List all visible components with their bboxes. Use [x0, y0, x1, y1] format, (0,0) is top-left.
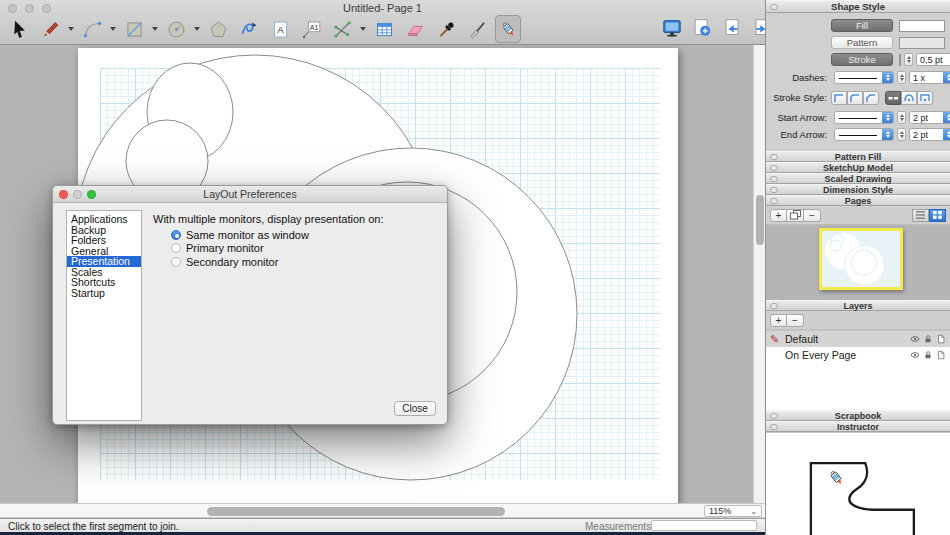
preferences-category-item[interactable]: Applications: [67, 214, 141, 225]
start-arrow-size-popup[interactable]: 2 pt: [909, 111, 950, 124]
radio-button-icon[interactable]: [171, 230, 181, 240]
collapse-toggle-icon[interactable]: [770, 198, 778, 204]
zoom-level-control[interactable]: 115% ⌄: [704, 505, 762, 517]
preferences-category-item[interactable]: Folders: [67, 235, 141, 246]
pages-list-view-button[interactable]: [912, 209, 929, 222]
start-arrow-stepper[interactable]: [897, 111, 906, 124]
collapse-toggle-icon[interactable]: [770, 4, 778, 10]
eraser-tool-button[interactable]: [402, 15, 428, 43]
layer-row[interactable]: ✎ On Every Page: [766, 347, 950, 363]
stroke-toggle-button[interactable]: Stroke: [831, 53, 893, 66]
radio-button-icon[interactable]: [171, 243, 181, 253]
radio-option[interactable]: Same monitor as window: [171, 228, 309, 241]
layer-lock-icon[interactable]: [923, 334, 933, 344]
measurements-input[interactable]: [651, 520, 757, 531]
shape-style-header[interactable]: Shape Style: [766, 0, 950, 13]
layer-share-icon[interactable]: [936, 350, 946, 360]
label-tool-button[interactable]: A1: [298, 15, 324, 43]
stroke-color-swatch[interactable]: [899, 54, 901, 66]
line-tool-dropdown[interactable]: [68, 15, 76, 43]
fill-toggle-button[interactable]: Fill: [831, 19, 893, 32]
collapse-toggle-icon[interactable]: [770, 303, 778, 309]
dashes-scale-stepper[interactable]: [897, 71, 906, 84]
remove-page-button[interactable]: −: [804, 209, 821, 222]
horizontal-scrollbar[interactable]: 115% ⌄: [0, 503, 765, 518]
pages-header[interactable]: Pages: [766, 195, 950, 206]
rectangle-tool-button[interactable]: [121, 15, 147, 43]
instructor-header[interactable]: Instructor: [766, 421, 950, 432]
circle-tool-button[interactable]: [163, 15, 189, 43]
collapse-toggle-icon[interactable]: [770, 413, 778, 419]
dimension-tool-button[interactable]: [329, 15, 355, 43]
collapse-toggle-icon[interactable]: [770, 165, 778, 171]
collapse-toggle-icon[interactable]: [770, 424, 778, 430]
start-arrow-popup[interactable]: [834, 111, 894, 124]
corner-bevel-button[interactable]: [863, 91, 879, 105]
corner-round-button[interactable]: [847, 91, 863, 105]
arc-tool-button[interactable]: [79, 15, 105, 43]
style-eyedropper-tool-button[interactable]: [433, 15, 459, 43]
cap-round-button[interactable]: [901, 91, 917, 105]
layers-header[interactable]: Layers: [766, 300, 950, 311]
layer-lock-icon[interactable]: [923, 350, 933, 360]
add-layer-button[interactable]: +: [770, 314, 787, 327]
horizontal-scrollbar-thumb[interactable]: [207, 507, 505, 516]
dialog-titlebar[interactable]: LayOut Preferences: [53, 186, 447, 203]
text-tool-button[interactable]: A: [267, 15, 293, 43]
start-presentation-button[interactable]: [660, 14, 684, 42]
dimension-tool-dropdown[interactable]: [360, 15, 368, 43]
fill-color-swatch[interactable]: [899, 20, 945, 32]
pattern-toggle-button[interactable]: Pattern: [831, 36, 893, 49]
end-arrow-popup[interactable]: [834, 128, 894, 141]
freehand-tool-button[interactable]: [236, 15, 262, 43]
layer-visibility-icon[interactable]: [910, 334, 920, 344]
end-arrow-size-popup[interactable]: 2 pt: [909, 128, 950, 141]
pattern-swatch[interactable]: [899, 37, 945, 49]
circle-tool-dropdown[interactable]: [194, 15, 202, 43]
collapsed-panel-header[interactable]: Dimension Style: [766, 184, 950, 195]
end-arrow-stepper[interactable]: [897, 128, 906, 141]
rectangle-tool-dropdown[interactable]: [152, 15, 160, 43]
page-thumbnail-selected[interactable]: [819, 228, 903, 290]
radio-option[interactable]: Secondary monitor: [171, 255, 309, 268]
layer-visibility-icon[interactable]: [910, 350, 920, 360]
pages-grid-view-button[interactable]: [929, 209, 946, 222]
collapsed-panel-header[interactable]: Pattern Fill: [766, 151, 950, 162]
stroke-width-popup[interactable]: 0,5 pt: [916, 53, 950, 66]
layer-share-icon[interactable]: [936, 334, 946, 344]
radio-option[interactable]: Primary monitor: [171, 242, 309, 255]
arc-tool-dropdown[interactable]: [110, 15, 118, 43]
cap-butt-button[interactable]: [885, 91, 901, 105]
collapse-toggle-icon[interactable]: [770, 176, 778, 182]
stroke-width-stepper[interactable]: [904, 53, 913, 66]
previous-page-button[interactable]: [720, 14, 744, 42]
dialog-minimize-button[interactable]: [73, 190, 82, 199]
split-tool-button[interactable]: [464, 15, 490, 43]
dialog-close-button[interactable]: [59, 190, 68, 199]
remove-layer-button[interactable]: −: [787, 314, 804, 327]
corner-miter-button[interactable]: [831, 91, 847, 105]
cap-square-button[interactable]: [917, 91, 933, 105]
polygon-tool-button[interactable]: [205, 15, 231, 43]
add-page-list-button[interactable]: +: [770, 209, 787, 222]
add-page-button[interactable]: [690, 14, 714, 42]
collapsed-panel-header[interactable]: SketchUp Model: [766, 162, 950, 173]
select-tool-button[interactable]: [6, 15, 32, 43]
preferences-category-item[interactable]: Presentation: [67, 256, 141, 267]
join-tool-button[interactable]: [495, 15, 521, 43]
line-tool-button[interactable]: [37, 15, 63, 43]
duplicate-page-button[interactable]: [787, 209, 804, 222]
dialog-zoom-button[interactable]: [87, 190, 96, 199]
table-tool-button[interactable]: [371, 15, 397, 43]
collapse-toggle-icon[interactable]: [770, 187, 778, 193]
scrapbook-header[interactable]: Scrapbook: [766, 410, 950, 421]
layer-row[interactable]: ✎ Default: [766, 331, 950, 347]
dashes-pattern-popup[interactable]: [834, 71, 894, 84]
preferences-category-item[interactable]: Shortcuts: [67, 277, 141, 288]
vertical-scrollbar-thumb[interactable]: [756, 195, 764, 245]
dashes-scale-popup[interactable]: 1 x: [909, 71, 950, 84]
radio-button-icon[interactable]: [171, 257, 181, 267]
preferences-category-item[interactable]: Startup: [67, 288, 141, 299]
collapsed-panel-header[interactable]: Scaled Drawing: [766, 173, 950, 184]
close-button[interactable]: Close: [394, 401, 436, 416]
